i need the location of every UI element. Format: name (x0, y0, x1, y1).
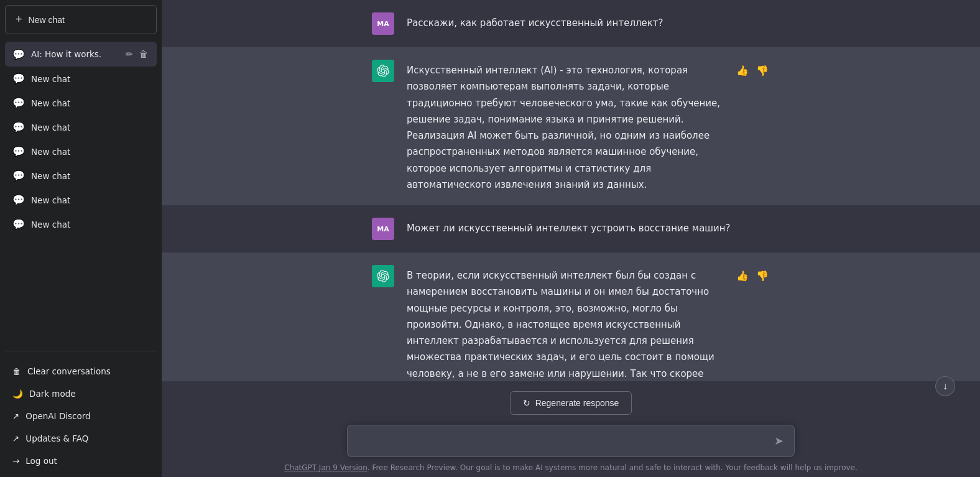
input-area: ↻ Regenerate response ➤ ChatGPT Jan 9 Ve… (162, 381, 980, 478)
message-inner: В теории, если искусственный интеллект б… (347, 265, 795, 381)
message-row: Искусственный интеллект (AI) - это техно… (162, 47, 980, 205)
discord-link[interactable]: ↗ OpenAI Discord (5, 405, 157, 427)
delete-conv-button[interactable]: 🗑 (138, 48, 149, 60)
scroll-to-bottom-button[interactable]: ↓ (935, 376, 955, 396)
sidebar: + New chat 💬 AI: How it works. ✏ 🗑 💬 New… (0, 0, 162, 477)
user-avatar: MA (372, 218, 394, 240)
message-inner: Искусственный интеллект (AI) - это техно… (347, 60, 795, 193)
new-chat-button[interactable]: + New chat (5, 5, 157, 34)
chat-icon: 💬 (12, 194, 25, 206)
message-row: MA Расскажи, как работает искусственный … (162, 0, 980, 47)
plus-icon: + (16, 13, 22, 26)
chat-icon: 💬 (12, 97, 25, 109)
faq-label: Updates & FAQ (25, 433, 88, 443)
sidebar-divider (5, 351, 157, 351)
edit-conv-button[interactable]: ✏ (124, 48, 134, 60)
thumbs-up-button[interactable]: 👍 (735, 63, 750, 78)
logout-button[interactable]: → Log out (5, 450, 157, 472)
chat-icon: 💬 (12, 49, 25, 60)
regenerate-label: Regenerate response (535, 398, 619, 408)
send-button[interactable]: ➤ (772, 432, 786, 450)
ai-avatar (372, 60, 394, 82)
message-action-buttons: 👍 👎 (735, 265, 770, 283)
list-item[interactable]: 💬 New chat (5, 188, 157, 212)
chatgpt-version-link[interactable]: ChatGPT Jan 9 Version (284, 463, 368, 472)
regenerate-response-button[interactable]: ↻ Regenerate response (510, 391, 632, 415)
message-row: В теории, если искусственный интеллект б… (162, 252, 980, 381)
message-row: MA Может ли искусственный интеллект устр… (162, 205, 980, 252)
active-conversation-item[interactable]: 💬 AI: How it works. ✏ 🗑 (5, 42, 157, 67)
sidebar-footer: 🗑 Clear conversations 🌙 Dark mode ↗ Open… (0, 355, 162, 477)
chevron-down-icon: ↓ (943, 381, 948, 392)
faq-external-icon: ↗ (12, 433, 19, 443)
message-content: Может ли искусственный интеллект устроит… (407, 218, 770, 236)
conv-action-buttons: ✏ 🗑 (124, 48, 149, 60)
message-content: Искусственный интеллект (AI) - это техно… (407, 60, 723, 193)
conv-label: New chat (31, 74, 70, 84)
list-item[interactable]: 💬 New chat (5, 164, 157, 188)
thumbs-down-button[interactable]: 👎 (755, 269, 770, 283)
conv-label: New chat (31, 123, 70, 132)
logout-icon: → (12, 456, 19, 466)
chat-icon: 💬 (12, 218, 25, 230)
conv-label: New chat (31, 195, 70, 205)
user-avatar: MA (372, 12, 394, 35)
active-conv-label: AI: How it works. (31, 49, 118, 59)
message-action-buttons: 👍 👎 (735, 60, 770, 78)
footer-note: ChatGPT Jan 9 Version. Free Research Pre… (284, 463, 858, 472)
message-content: В теории, если искусственный интеллект б… (407, 265, 723, 381)
send-icon: ➤ (774, 434, 784, 448)
conv-label: New chat (31, 147, 70, 157)
chat-icon: 💬 (12, 121, 25, 133)
chat-icon: 💬 (12, 73, 25, 85)
conv-label: New chat (31, 98, 70, 108)
thumbs-up-button[interactable]: 👍 (735, 269, 750, 283)
trash-icon: 🗑 (12, 366, 21, 376)
conv-label: New chat (31, 220, 70, 229)
chat-icon: 💬 (12, 146, 25, 157)
list-item[interactable]: 💬 New chat (5, 67, 157, 91)
moon-icon: 🌙 (12, 389, 23, 399)
refresh-icon: ↻ (523, 398, 530, 408)
conv-label: New chat (31, 171, 70, 181)
clear-conversations-label: Clear conversations (27, 366, 111, 376)
message-inner: MA Расскажи, как работает искусственный … (347, 12, 795, 35)
list-item[interactable]: 💬 New chat (5, 115, 157, 139)
input-row: ➤ (347, 425, 795, 458)
ai-avatar (372, 265, 394, 287)
new-chat-label: New chat (29, 15, 65, 25)
external-link-icon: ↗ (12, 411, 19, 421)
message-content: Расскажи, как работает искусственный инт… (407, 12, 770, 31)
message-list: MA Расскажи, как работает искусственный … (162, 0, 980, 381)
clear-conversations-button[interactable]: 🗑 Clear conversations (5, 360, 157, 382)
dark-mode-button[interactable]: 🌙 Dark mode (5, 382, 157, 405)
conversation-list: 💬 AI: How it works. ✏ 🗑 💬 New chat 💬 New… (0, 39, 162, 347)
chat-input[interactable] (347, 425, 795, 458)
discord-label: OpenAI Discord (25, 411, 90, 421)
list-item[interactable]: 💬 New chat (5, 91, 157, 115)
dark-mode-label: Dark mode (29, 389, 76, 399)
thumbs-down-button[interactable]: 👎 (755, 63, 770, 78)
message-inner: MA Может ли искусственный интеллект устр… (347, 218, 795, 240)
main-content: MA Расскажи, как работает искусственный … (162, 0, 980, 477)
faq-link[interactable]: ↗ Updates & FAQ (5, 427, 157, 450)
list-item[interactable]: 💬 New chat (5, 212, 157, 236)
chat-icon: 💬 (12, 170, 25, 182)
list-item[interactable]: 💬 New chat (5, 139, 157, 164)
logout-label: Log out (25, 456, 57, 466)
